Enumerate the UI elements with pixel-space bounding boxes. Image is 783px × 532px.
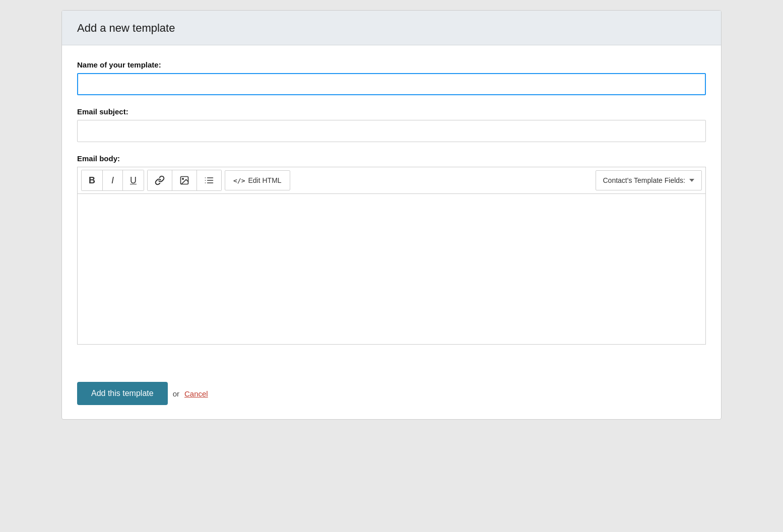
email-subject-group: Email subject: bbox=[77, 107, 706, 142]
editor-toolbar: B I U bbox=[77, 167, 706, 193]
chevron-down-icon bbox=[689, 179, 694, 182]
modal-title: Add a new template bbox=[77, 22, 706, 35]
email-body-label: Email body: bbox=[77, 154, 706, 163]
edit-html-label: Edit HTML bbox=[248, 176, 281, 184]
edit-html-button[interactable]: </> Edit HTML bbox=[225, 170, 290, 190]
format-toolbar-group: B I U bbox=[81, 170, 144, 191]
modal-footer: Add this template or Cancel bbox=[62, 372, 721, 419]
modal-body: Name of your template: Email subject: Em… bbox=[62, 45, 721, 372]
list-button[interactable] bbox=[197, 170, 221, 190]
image-icon bbox=[179, 175, 189, 185]
email-body-section: Email body: B I U bbox=[77, 154, 706, 345]
cancel-button[interactable]: Cancel bbox=[184, 389, 208, 398]
svg-point-1 bbox=[182, 178, 184, 180]
template-name-label: Name of your template: bbox=[77, 60, 706, 69]
list-icon bbox=[204, 175, 214, 185]
add-template-button[interactable]: Add this template bbox=[77, 382, 168, 405]
link-button[interactable] bbox=[148, 170, 172, 190]
code-icon: </> bbox=[233, 177, 245, 184]
or-text: or bbox=[173, 389, 179, 398]
template-name-group: Name of your template: bbox=[77, 60, 706, 95]
modal-header: Add a new template bbox=[62, 11, 721, 45]
insert-toolbar-group bbox=[147, 170, 222, 191]
template-fields-button[interactable]: Contact's Template Fields: bbox=[596, 170, 702, 190]
image-button[interactable] bbox=[172, 170, 197, 190]
email-subject-input[interactable] bbox=[77, 120, 706, 142]
template-name-input[interactable] bbox=[77, 73, 706, 95]
modal-container: Add a new template Name of your template… bbox=[61, 10, 722, 420]
editor-content-area[interactable] bbox=[77, 193, 706, 345]
link-icon bbox=[155, 175, 165, 185]
underline-button[interactable]: U bbox=[123, 170, 144, 190]
bold-button[interactable]: B bbox=[82, 170, 103, 190]
template-fields-label: Contact's Template Fields: bbox=[603, 176, 686, 184]
email-subject-label: Email subject: bbox=[77, 107, 706, 116]
italic-button[interactable]: I bbox=[103, 170, 123, 190]
